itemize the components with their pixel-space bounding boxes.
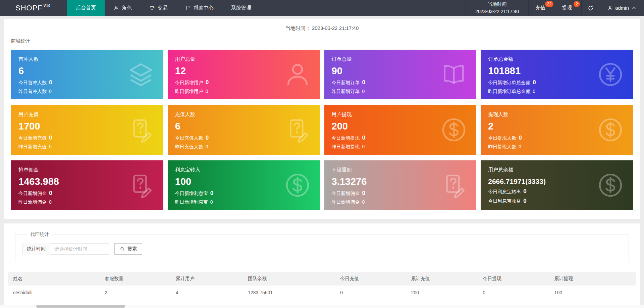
table-cell: 1283.75601 (243, 286, 335, 300)
stat-card: 首冲人数 6 今日首冲人数0 昨日首冲人数0 (11, 50, 163, 99)
stat-card: 用户总量 12 今日新增用户0 昨日新增用户0 (168, 50, 320, 99)
table-cell: 4 (171, 286, 243, 300)
agent-search-form: 统计时间 搜索 (22, 243, 622, 255)
refresh-icon (588, 5, 594, 11)
agent-table: 姓名客服数量累计用户团队余额今日充值累计充值今日提现累计提现 ceshidail… (8, 272, 636, 308)
stat-card-yesterday-line: 昨日新增订单0 (332, 89, 469, 95)
stat-time-input[interactable] (50, 243, 109, 255)
dollar-icon (597, 116, 624, 144)
table-row: ceshidaili241283.7560102000100 (8, 286, 636, 300)
stat-card-yesterday-line: 昨日提现人数0 (488, 144, 626, 150)
local-time-bar: 当地时间： 2023-03-22 21:17:40 (4, 19, 640, 36)
table-cell: 0 (335, 286, 406, 300)
time-bar-label: 当地时间： (285, 25, 311, 31)
edit-icon (284, 116, 311, 144)
mall-stats-title: 商城统计 (4, 36, 640, 50)
nav-item-trade[interactable]: 交易 (141, 0, 176, 16)
search-button[interactable]: 搜索 (114, 243, 142, 255)
app-logo-version: V10 (44, 4, 51, 8)
agent-table-header-row: 姓名客服数量累计用户团队余额今日充值累计充值今日提现累计提现 (8, 272, 636, 286)
horizontal-scrollbar[interactable] (0, 305, 644, 308)
nav-item-label: 后台首页 (76, 5, 96, 11)
stat-card-yesterday-line: 昨日新增充值0 (18, 144, 156, 150)
stat-card: 用户充值 1700 今日新增充值0 昨日新增充值0 (11, 105, 163, 155)
nav-item-label: 交易 (158, 5, 168, 11)
column-header: 累计充值 (406, 272, 478, 286)
recharge-nav-button[interactable]: 充值 22 (528, 0, 555, 16)
column-header: 客服数量 (100, 272, 171, 286)
column-header: 累计提现 (549, 272, 636, 286)
stat-card: 利息宝转入 100 今日新增利息宝0 昨日新增利息宝0 (168, 160, 320, 210)
nav-item-label: 系统管理 (231, 5, 251, 11)
column-header: 今日充值 (335, 272, 406, 286)
scales-icon (149, 5, 155, 11)
edit-icon (440, 171, 468, 199)
mall-stats-panel: 当地时间： 2023-03-22 21:17:40 商城统计 首冲人数 6 今日… (4, 19, 640, 219)
nav-item-system[interactable]: 系统管理 (222, 0, 260, 16)
local-time-display: 当地时间 2023-03-22 21:17:40 (466, 0, 528, 16)
withdraw-nav-button[interactable]: 提现 2 (555, 0, 581, 16)
column-header: 累计用户 (171, 272, 243, 286)
stat-card-yesterday-line: 昨日新增用户0 (175, 89, 313, 95)
dollar-icon (597, 171, 624, 199)
time-bar-value: 2023-03-22 21:17:40 (312, 25, 359, 31)
refresh-button[interactable] (581, 0, 600, 16)
chevron-up-icon (631, 5, 637, 11)
table-cell: 2 (100, 286, 171, 300)
recharge-nav-label: 充值 (535, 5, 545, 11)
stat-card-yesterday-line: 昨日新增提现0 (332, 144, 469, 150)
layers-icon (127, 61, 155, 88)
stat-card: 订单总量 90 今日新增订单0 昨日新增订单0 (324, 50, 477, 99)
stat-card-yesterday-line: 昨日新增利息宝0 (175, 199, 313, 205)
stat-card: 抢单佣金 1463.988 今日新增佣金0 昨日新增佣金0 (11, 160, 163, 210)
horizontal-scrollbar-thumb[interactable] (36, 305, 125, 308)
navbar-right: 当地时间 2023-03-22 21:17:40 充值 22 提现 2 admi… (466, 0, 644, 16)
dollar-icon (440, 116, 468, 144)
table-cell: 100 (549, 286, 636, 300)
withdraw-nav-label: 提现 (562, 5, 572, 11)
nav-item-home[interactable]: 后台首页 (67, 0, 105, 16)
stat-card-yesterday-line: 昨日首冲人数0 (18, 89, 156, 95)
search-button-label: 搜索 (127, 246, 137, 252)
table-cell: 0 (478, 286, 549, 300)
stat-card: 用户提现 200 今日新增提现0 昨日新增提现0 (324, 105, 477, 155)
column-header: 姓名 (8, 272, 100, 286)
stat-time-label: 统计时间 (22, 243, 50, 255)
withdraw-badge: 2 (574, 1, 580, 7)
stat-card: 下级返佣 3.13276 今日新增佣金0 昨日新增佣金0 (324, 160, 477, 210)
column-header: 团队余额 (243, 272, 335, 286)
stat-card-yesterday-line: 昨日新增佣金0 (332, 199, 469, 205)
stat-card-yesterday-line: 昨日新增订单总金额0 (488, 89, 626, 95)
yen-icon (597, 61, 624, 88)
dollar-icon (284, 171, 311, 199)
app-logo: SHOPFV10 (0, 0, 67, 16)
stat-card: 提现人数 2 今日提现人数0 昨日提现人数0 (481, 105, 633, 155)
stat-card-yesterday-line: 昨日新增佣金0 (18, 199, 156, 205)
local-time-label: 当地时间 (488, 1, 506, 8)
table-cell: ceshidaili (8, 286, 100, 300)
nav-item-roles[interactable]: 角色 (105, 0, 141, 16)
stat-card: 充值人数 6 今日充值人数0 昨日充值人数0 (168, 105, 320, 155)
agent-stats-fieldset: 代理统计 统计时间 搜索 (15, 232, 629, 262)
username: admin (615, 5, 629, 11)
edit-icon (127, 116, 155, 144)
agent-stats-legend: 代理统计 (27, 232, 52, 238)
stat-card: 用户总余额 2666.71971(3333) 今日利息宝转出0 今日利息宝收益0 (481, 160, 633, 210)
column-header: 今日提现 (478, 272, 549, 286)
recharge-badge: 22 (545, 1, 553, 7)
stat-card-yesterday-line: 昨日充值人数0 (175, 144, 313, 150)
local-time-value: 2023-03-22 21:17:40 (475, 8, 519, 15)
nav-item-label: 帮助中心 (194, 5, 214, 11)
flag-icon (185, 5, 191, 11)
person-icon (284, 61, 311, 88)
app-logo-text: SHOPF (15, 4, 43, 12)
book-icon (440, 61, 468, 88)
table-cell: 200 (406, 286, 478, 300)
main-menu: 后台首页 角色 交易 帮助中心 系统管理 (67, 0, 260, 16)
user-menu[interactable]: admin (600, 0, 644, 16)
stat-cards-grid: 首冲人数 6 今日首冲人数0 昨日首冲人数0 用户总量 12 今日新增用户0 昨… (4, 50, 640, 219)
search-icon (120, 246, 125, 252)
nav-item-help[interactable]: 帮助中心 (176, 0, 222, 16)
stat-card: 订单总金额 101881 今日新增订单总金额0 昨日新增订单总金额0 (481, 50, 633, 99)
edit-icon (127, 171, 155, 199)
